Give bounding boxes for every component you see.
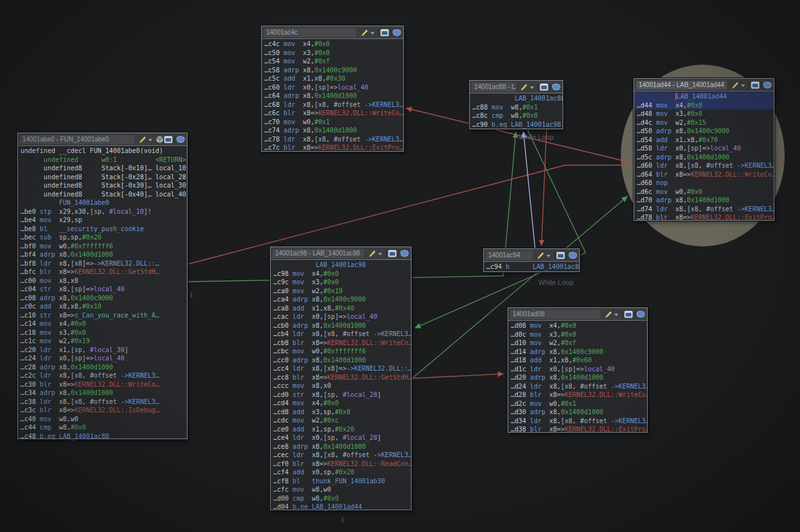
node-header-ac88[interactable]: 14001ac88 - LA… [470, 81, 563, 93]
listing-row[interactable]: …d58 ldr x0,[sp]=>local_40 [637, 144, 774, 153]
dropdown-caret-icon[interactable] [544, 251, 553, 259]
listing-row[interactable]: …c3c blr x8=>KERNEL32.DLL::IsDebug… [20, 406, 187, 415]
listing-row[interactable]: …cdc mov w2,#0xc [273, 416, 411, 425]
paint-brush-icon[interactable] [603, 310, 612, 318]
listing-row[interactable]: …be4 mov x29,sp [20, 216, 187, 225]
dropdown-caret-icon[interactable] [146, 135, 155, 143]
popout-icon[interactable] [388, 249, 397, 257]
listing-row[interactable]: …c1c mov w2,#0x19 [20, 337, 187, 346]
node-header-ad44[interactable]: 14001ad44 - LAB_14001ad44 [634, 79, 774, 92]
listing-row[interactable]: LAB_14001ac88 [472, 94, 563, 103]
listing-row[interactable]: …c08 adrp x8,0x1400c9000 [20, 294, 187, 303]
node-title-ad08[interactable]: 14001ad08 [510, 310, 600, 319]
graph-node-abe0[interactable]: 14001abe0 - FUN_14001abe0undefined __cde… [17, 133, 188, 439]
node-title-ac94[interactable]: 14001ac94 [486, 251, 532, 260]
listing-row[interactable]: …d74 ldr x8,[x8, #offset ->KERNEL3… [637, 205, 774, 214]
listing-row[interactable]: …d14 adrp x8,0x1400c9000 [511, 348, 647, 357]
listing-row[interactable]: FUN_14001abe0 [20, 198, 187, 207]
group-vertices-icon[interactable] [552, 83, 561, 91]
listing-row[interactable]: …c7c blr x8=>KERNEL32.DLL::ExitPro… [264, 143, 403, 152]
node-header-ac98[interactable]: 14001ac98 - LAB_14001ac98 [271, 247, 411, 260]
listing-row[interactable]: …d00 cmp w8,#0x0 [273, 494, 411, 503]
listing-row[interactable]: …bf8 ldr x8,[x8]=>->KERNEL32.DLL::… [20, 259, 187, 268]
listing-row[interactable]: …bec sub sp,sp,#0x20 [20, 233, 187, 242]
listing-row[interactable]: …d10 mov w2,#0xf [511, 339, 647, 348]
listing-row[interactable]: …d30 adrp x8,0x1400d1000 [511, 408, 647, 417]
listing-row[interactable]: …d20 adrp x8,0x1400d1000 [511, 373, 647, 382]
listing-row[interactable]: …d0c mov x3,#0x0 [511, 330, 647, 339]
listing-row[interactable]: …ce4 ldr x0,[sp, #local_28] [273, 433, 411, 442]
listing-row[interactable]: …c68 ldr x8,[x8, #offset ->KERNEL3… [264, 101, 403, 109]
popout-icon[interactable] [164, 135, 173, 143]
popout-icon[interactable] [624, 310, 633, 318]
node-header-ad08[interactable]: 14001ad08 [508, 308, 647, 321]
listing-row[interactable]: …c40 mov w8,w0 [20, 415, 187, 424]
listing-row[interactable]: …bfc blr x8=>KERNEL32.DLL::GetStdH… [20, 268, 187, 277]
listing-row[interactable]: …c94 b LAB_14001ac88 [486, 262, 579, 271]
listing-row[interactable]: …cc8 blr x8=>KERNEL32.DLL::GetStdH… [273, 373, 411, 382]
graph-node-ac88[interactable]: 14001ac88 - LA… LAB_14001ac88…c88 mov w8… [469, 80, 563, 129]
listing-row[interactable]: …d48 mov x3,#0x0 [637, 109, 774, 118]
listing-row[interactable]: undefined8 Stack[-0x10]… local_10 [20, 164, 187, 173]
listing-row[interactable]: …c90 b.eq LAB_14001ac98 [472, 120, 563, 129]
listing-row[interactable]: …c0c add x8,x8,#0x10 [20, 302, 187, 311]
listing-row[interactable]: …cb8 blr x8=>KERNEL32.DLL::WriteCo… [273, 339, 411, 348]
listing-row[interactable]: …d54 add x1,x8,#0x70 [637, 136, 774, 145]
node-title-ac88[interactable]: 14001ac88 - LA… [472, 83, 516, 92]
listing-row[interactable]: …c38 ldr x8,[x8, #offset ->KERNEL3… [20, 398, 187, 407]
listing-row[interactable]: …cec ldr x8,[x8, #offset ->KERNEL3… [273, 451, 411, 460]
paint-brush-icon[interactable] [367, 249, 376, 257]
listing-row[interactable]: …c9c mov x3,#0x0 [273, 278, 411, 287]
listing-row[interactable]: …cd8 add x3,sp,#0x8 [273, 408, 411, 417]
paint-brush-icon[interactable] [535, 251, 544, 259]
listing-row[interactable]: …c44 cmp w8,#0x0 [20, 423, 187, 432]
listing-row[interactable]: …c60 ldr x0,[sp]=>local_40 [264, 83, 403, 92]
listing-row[interactable]: …d60 ldr x8,[x8, #offset ->KERNEL3… [637, 161, 774, 170]
listing-row[interactable]: …c74 adrp x8,0x1400d1000 [264, 126, 403, 135]
listing-row[interactable]: LAB_14001ad44 [634, 92, 774, 101]
listing-row[interactable]: undefined8 Stack[-0x40]… local_40 [20, 190, 187, 199]
listing-row[interactable]: …c70 mov w0,#0x1 [264, 118, 403, 127]
graph-node-ac4c[interactable]: 14001ac4c…c4c mov x4,#0x0…c50 mov x3,#0x… [261, 26, 404, 152]
listing-row[interactable]: …cac ldr x0,[sp]=>local_40 [273, 312, 411, 321]
listing-row[interactable]: …cbc mov w0,#0xfffffff6 [273, 347, 411, 356]
listing-row[interactable]: …ccc mov x8,x0 [273, 382, 411, 391]
listing-row[interactable]: LAB_14001ac98 [273, 261, 411, 270]
paint-brush-icon[interactable] [730, 81, 739, 89]
listing-row[interactable]: …d50 adrp x8,0x1400c9000 [637, 127, 774, 136]
paint-brush-icon[interactable] [137, 135, 146, 143]
listing-row[interactable]: …c14 mov x4,#0x0 [20, 319, 187, 328]
listing-row[interactable]: …ca4 adrp x8,0x1400c9000 [273, 295, 411, 304]
group-vertices-icon[interactable] [400, 249, 409, 257]
dropdown-caret-icon[interactable] [368, 28, 377, 36]
group-vertices-icon[interactable] [763, 81, 772, 89]
listing-row[interactable]: …c54 mov w2,#0xf [264, 57, 403, 66]
listing-row[interactable]: …cd4 mov x4,#0x0 [273, 399, 411, 408]
group-vertices-icon[interactable] [392, 28, 401, 36]
listing-row[interactable]: …c18 mov x3,#0x0 [20, 328, 187, 337]
node-header-ac4c[interactable]: 14001ac4c [262, 26, 403, 39]
listing-row[interactable]: …c58 adrp x8,0x1400c9000 [264, 66, 403, 75]
listing-row[interactable]: …d44 mov x4,#0x0 [634, 101, 774, 110]
listing-row[interactable]: …d78 blr x8=>KERNEL32.DLL::ExitPro… [637, 213, 774, 222]
group-vertices-icon[interactable] [568, 251, 577, 259]
node-title-ac4c[interactable]: 14001ac4c [264, 28, 356, 37]
listing-row[interactable]: …cf4 add x0,sp,#0x20 [273, 468, 411, 477]
graph-node-ac94[interactable]: 14001ac94…c94 b LAB_14001ac88 [483, 248, 580, 272]
function-icon[interactable] [155, 135, 164, 143]
listing-row[interactable]: …c24 ldr x0,[sp]=>local_40 [20, 354, 187, 363]
listing-row[interactable]: …cb4 ldr x8,[x8, #offset ->KERNEL3… [273, 330, 411, 339]
listing-row[interactable]: undefined8 Stack[-0x30]… local_30 [20, 181, 187, 190]
popout-icon[interactable] [751, 81, 760, 89]
dropdown-caret-icon[interactable] [376, 249, 385, 257]
listing-row[interactable]: …d70 adrp x8,0x1400d1000 [637, 196, 774, 205]
listing-row[interactable]: …cb0 adrp x8,0x1400d1000 [273, 321, 411, 330]
listing-row[interactable]: undefined8 Stack[-0x28]… local_28 [20, 173, 187, 182]
listing-row[interactable]: …c78 ldr x8,[x8, #offset ->KERNEL3… [264, 135, 403, 144]
listing-row[interactable]: …ce8 adrp x8,0x1400d1000 [273, 442, 411, 451]
listing-row[interactable]: …c4c mov x4,#0x0 [264, 40, 403, 49]
listing-row[interactable]: …cf8 bl thunk_FUN_14001ab30 [273, 477, 411, 486]
listing-row[interactable]: …c10 str x8=>s_Can_you_race_with_A… [20, 311, 187, 320]
listing-row[interactable]: undefined __cdecl FUN_14001abe0(void) [20, 147, 187, 156]
listing-row[interactable]: …be0 stp x29,x30,[sp, #local_10]! [20, 207, 187, 216]
